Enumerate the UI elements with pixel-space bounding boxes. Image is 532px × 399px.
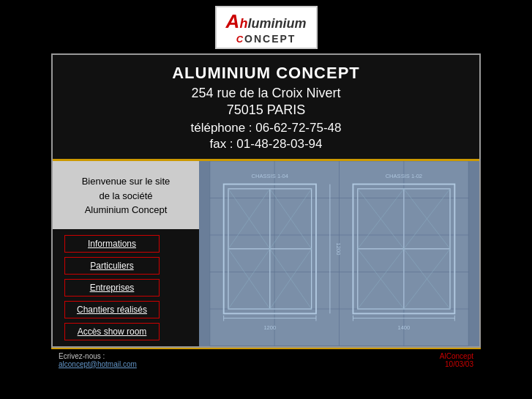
company-phone: téléphone : 06-62-72-75-48 — [60, 121, 472, 135]
footer-right: AlConcept 10/03/03 — [440, 352, 473, 368]
logo-box: Ah luminium C ONCEPT — [215, 6, 318, 49]
nav-btn-particuliers[interactable]: Particuliers — [64, 257, 160, 275]
logo-ah: Ah — [226, 10, 248, 33]
main-box: ALUMINIUM CONCEPT 254 rue de la Croix Ni… — [51, 53, 481, 348]
blueprint-panel: 1200 1400 — [199, 161, 479, 346]
company-name: ALUMINIUM CONCEPT — [60, 64, 472, 83]
welcome-box: Bienvenue sur le site de la société Alum… — [53, 161, 199, 229]
logo-luminium: luminium — [247, 16, 306, 31]
nav-btn-informations[interactable]: Informations — [64, 235, 160, 253]
header-section: ALUMINIUM CONCEPT 254 rue de la Croix Ni… — [53, 55, 479, 161]
svg-text:1400: 1400 — [397, 324, 410, 331]
footer-date: 10/03/03 — [440, 360, 473, 368]
footer-left: Ecrivez-nous : alconcept@hotmail.com — [59, 352, 137, 368]
svg-text:1200: 1200 — [335, 243, 342, 256]
content-area: Bienvenue sur le site de la société Alum… — [53, 161, 479, 346]
welcome-line1: Bienvenue sur le site — [82, 176, 171, 187]
svg-text:CHASSIS 1-02: CHASSIS 1-02 — [386, 173, 422, 179]
welcome-line3: Aluminium Concept — [85, 204, 168, 215]
nav-btn-entreprises[interactable]: Entreprises — [64, 279, 160, 297]
footer: Ecrivez-nous : alconcept@hotmail.com AlC… — [51, 348, 481, 371]
left-panel: Bienvenue sur le site de la société Alum… — [53, 161, 199, 346]
company-city: 75015 PARIS — [60, 102, 472, 118]
svg-text:CHASSIS 1-04: CHASSIS 1-04 — [252, 173, 288, 179]
logo-concept: ONCEPT — [244, 33, 296, 45]
nav-btn-chantiers[interactable]: Chantiers réalisés — [64, 301, 160, 318]
nav-btn-showroom[interactable]: Accès show room — [64, 323, 160, 340]
logo-c: C — [236, 34, 243, 45]
blueprint-svg: 1200 1400 — [199, 161, 479, 346]
logo-area: Ah luminium C ONCEPT — [0, 0, 532, 53]
logo-line1: Ah luminium — [226, 10, 307, 33]
company-address: 254 rue de la Croix Nivert — [60, 86, 472, 101]
footer-write-us: Ecrivez-nous : — [59, 352, 137, 360]
footer-brand: AlConcept — [440, 352, 473, 360]
svg-text:1200: 1200 — [263, 324, 276, 331]
welcome-line2: de la société — [100, 190, 153, 201]
nav-buttons: Informations Particuliers Entreprises Ch… — [53, 229, 199, 346]
company-fax: fax : 01-48-28-03-94 — [60, 137, 472, 152]
footer-email[interactable]: alconcept@hotmail.com — [59, 360, 137, 368]
